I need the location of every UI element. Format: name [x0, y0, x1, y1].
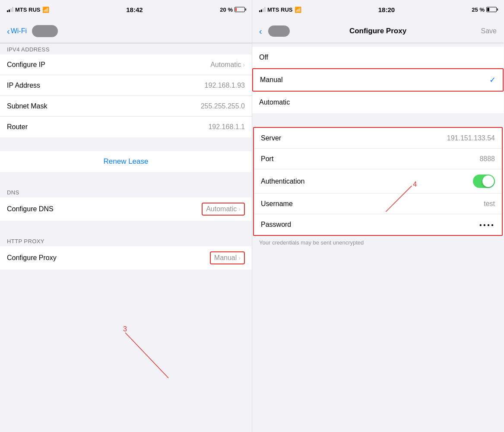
configure-dns-chevron: › — [238, 206, 241, 213]
left-spacer-4 — [0, 270, 252, 283]
right-save-button[interactable]: Save — [481, 27, 497, 35]
table-row: Router 192.168.1.1 — [0, 117, 252, 137]
left-nav: ‹ Wi-Fi — [0, 19, 252, 43]
right-panel: 4 MTS RUS 📶 18:20 25 % ‹ Configure Proxy — [252, 0, 504, 432]
password-dots: ●●●● — [479, 222, 495, 227]
right-wifi-icon: 📶 — [295, 6, 301, 13]
server-label: Server — [261, 134, 281, 142]
left-carrier-text: MTS RUS — [15, 6, 41, 13]
right-battery-icon — [486, 7, 497, 12]
proxy-details-table: Server 191.151.133.54 Port 8888 Authenti… — [253, 127, 503, 236]
right-signal — [259, 7, 266, 12]
username-label: Username — [261, 200, 293, 208]
left-carrier: MTS RUS 📶 — [7, 6, 49, 13]
configure-proxy-chevron: › — [238, 254, 241, 261]
proxy-manual-label: Manual — [260, 76, 282, 84]
left-battery-area: 20 % — [220, 6, 245, 13]
dns-table: Configure DNS Automatic › — [0, 197, 252, 221]
configure-ip-label: Configure IP — [7, 61, 45, 69]
configure-ip-value: Automatic › — [210, 61, 245, 69]
table-row: IP Address 192.168.1.93 — [0, 75, 252, 96]
table-row[interactable]: Password ●●●● — [254, 214, 502, 235]
right-battery-area: 25 % — [472, 6, 497, 13]
subnet-mask-label: Subnet Mask — [7, 102, 47, 110]
password-label: Password — [261, 221, 291, 229]
renew-lease-row[interactable]: Renew Lease — [0, 151, 252, 172]
bottom-note: Your credentials may be sent unencrypted — [252, 236, 504, 249]
right-nav: ‹ Configure Proxy Save — [252, 19, 504, 43]
right-back-button[interactable]: ‹ — [259, 25, 290, 37]
left-back-chevron: ‹ — [7, 27, 10, 35]
left-spacer-3 — [0, 221, 252, 235]
right-back-chevron: ‹ — [259, 27, 262, 35]
table-row: Subnet Mask 255.255.255.0 — [0, 96, 252, 117]
password-value: ●●●● — [479, 222, 495, 227]
proxy-manual-checkmark: ✓ — [489, 75, 496, 85]
table-row[interactable]: Configure Proxy Manual › — [0, 246, 252, 270]
right-spacer-1 — [252, 43, 504, 47]
svg-text:3: 3 — [123, 325, 127, 333]
table-row[interactable]: Server 191.151.133.54 — [254, 128, 502, 149]
configure-proxy-value[interactable]: Manual › — [210, 251, 245, 264]
table-row[interactable]: Username test — [254, 194, 502, 214]
configure-ip-chevron: › — [243, 61, 245, 68]
authentication-label: Authentication — [261, 178, 304, 185]
ip-address-label: IP Address — [7, 82, 40, 89]
port-value: 8888 — [479, 155, 495, 163]
table-row[interactable]: Port 8888 — [254, 149, 502, 169]
right-status-bar: MTS RUS 📶 18:20 25 % — [252, 0, 504, 19]
proxy-off-label: Off — [259, 54, 268, 61]
proxy-automatic-label: Automatic — [259, 98, 290, 106]
proxy-table: Configure Proxy Manual › — [0, 246, 252, 270]
table-row[interactable]: Configure DNS Automatic › — [0, 197, 252, 221]
left-ipv4-section: IPV4 ADDRESS — [0, 43, 252, 54]
server-value: 191.151.133.54 — [447, 134, 495, 142]
left-panel: 3 MTS RUS 📶 18:42 20 % ‹ Wi-Fi — [0, 0, 252, 432]
subnet-mask-value: 255.255.255.0 — [201, 102, 245, 110]
left-nav-pill — [32, 25, 58, 37]
left-signal — [7, 7, 13, 12]
ip-address-value: 192.168.1.93 — [205, 82, 245, 89]
authentication-toggle[interactable] — [473, 175, 495, 188]
right-carrier: MTS RUS 📶 — [259, 6, 301, 13]
left-ip-table: Configure IP Automatic › IP Address 192.… — [0, 54, 252, 137]
http-proxy-section-header: HTTP PROXY — [0, 235, 252, 246]
table-row: Authentication — [254, 169, 502, 194]
right-spacer-2 — [252, 113, 504, 127]
right-carrier-text: MTS RUS — [267, 6, 293, 13]
toggle-thumb — [482, 175, 494, 187]
left-battery-pct: 20 % — [220, 6, 233, 13]
right-battery-pct: 25 % — [472, 6, 485, 13]
left-back-label: Wi-Fi — [11, 27, 27, 35]
left-back-button[interactable]: ‹ Wi-Fi — [7, 27, 27, 35]
router-label: Router — [7, 123, 28, 131]
dns-section-header: DNS — [0, 186, 252, 197]
right-time: 18:20 — [378, 6, 395, 13]
left-spacer-1 — [0, 137, 252, 151]
right-nav-pill — [268, 25, 290, 37]
left-time: 18:42 — [126, 6, 143, 13]
left-wifi-icon: 📶 — [42, 6, 49, 13]
right-nav-title: Configure Proxy — [349, 27, 406, 35]
table-row[interactable]: Configure IP Automatic › — [0, 54, 252, 75]
svg-line-0 — [125, 333, 168, 378]
proxy-option-off[interactable]: Off — [252, 47, 504, 68]
username-value: test — [484, 200, 495, 208]
left-spacer-2 — [0, 172, 252, 186]
configure-dns-label: Configure DNS — [7, 205, 54, 213]
configure-dns-value[interactable]: Automatic › — [202, 203, 245, 216]
configure-proxy-label: Configure Proxy — [7, 254, 57, 262]
left-battery-icon — [235, 7, 245, 12]
renew-lease-label: Renew Lease — [104, 157, 149, 166]
proxy-options-table: Off Manual ✓ Automatic — [252, 47, 504, 113]
port-label: Port — [261, 155, 273, 163]
proxy-option-manual[interactable]: Manual ✓ — [252, 68, 504, 92]
left-status-bar: MTS RUS 📶 18:42 20 % — [0, 0, 252, 19]
router-value: 192.168.1.1 — [208, 123, 245, 131]
proxy-option-automatic[interactable]: Automatic — [252, 92, 504, 113]
